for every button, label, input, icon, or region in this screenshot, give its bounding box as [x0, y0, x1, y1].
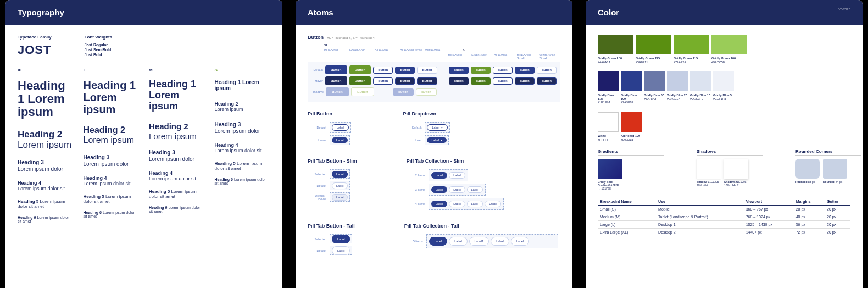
- button-s-blue-solid-inactive: Button: [393, 88, 414, 96]
- col-label: Blue-Wire: [494, 53, 515, 60]
- color-panel: Color6/8/2020 Gridly Green 150#4A6A1AGri…: [586, 0, 863, 288]
- row-label: 3 Items: [409, 188, 425, 191]
- heading-2: Heading 2 Lorem ipsum: [18, 129, 74, 151]
- button-white-wire[interactable]: Button: [417, 67, 437, 74]
- button-green-solid-hover[interactable]: Button: [349, 76, 371, 85]
- tab-item[interactable]: Label: [429, 237, 447, 246]
- color-meta: Gridly Blue 20#C4CEE4: [667, 93, 688, 104]
- button-blue-solid-small-hover[interactable]: Button: [395, 77, 415, 85]
- pill-button-hover[interactable]: Label: [332, 137, 348, 143]
- table-cell: 1440+ px: [744, 229, 794, 236]
- blue-swatch-row: [598, 71, 850, 91]
- tab-item[interactable]: Label: [511, 237, 529, 246]
- table-cell: Desktop 1: [656, 221, 744, 229]
- tab-item[interactable]: Label: [449, 186, 465, 193]
- shadows-section: Shadows Shadow 11E1205 · 10% · 0 4 Shado…: [697, 149, 763, 190]
- table-cell: 20 px: [825, 213, 850, 221]
- button-blue-solid[interactable]: Button: [325, 65, 347, 74]
- button-white-wire-hover[interactable]: Button: [417, 77, 437, 85]
- tab-item[interactable]: Label: [449, 237, 467, 246]
- heading-4: Heading 4 Lorem ipsum dolor sit: [215, 142, 271, 153]
- button-s-blue-solid[interactable]: Button: [449, 67, 469, 74]
- button-green-solid[interactable]: Button: [349, 65, 371, 74]
- pill-dropdown-default[interactable]: Label▾: [427, 124, 447, 131]
- button-s-green-solid[interactable]: Button: [471, 67, 491, 74]
- tab-tall-selected[interactable]: Label: [332, 235, 350, 243]
- weight-item: Jost Bold: [85, 53, 113, 57]
- gradient-meta: Gridly-Blue-Gradient2A3E8E → 1E1F78: [598, 180, 622, 190]
- tab-slim-hover[interactable]: Label: [332, 194, 348, 201]
- button-s-blue-solid-hover[interactable]: Button: [449, 77, 469, 85]
- pill-dropdown-section: Pill Dropdown DefaultLabel▾ HoverLabel▾: [403, 111, 452, 149]
- tab-item[interactable]: Label: [485, 201, 500, 207]
- typography-panel: Typography Typeface Family JOST Font Wei…: [5, 0, 282, 288]
- col-label: Green-Solid: [471, 53, 492, 60]
- color-swatch: [636, 35, 671, 54]
- color-header: Color6/8/2020: [586, 0, 863, 25]
- color-meta: Gridly Blue 5#EEF1F8: [713, 93, 734, 104]
- table-cell: Extra Large (XL): [598, 229, 656, 236]
- button-blue-wire-hover[interactable]: Button: [373, 77, 393, 85]
- button-s-blue-wire[interactable]: Button: [493, 67, 513, 74]
- heading-3: Heading 3 Lorem ipsum dolor: [84, 154, 140, 168]
- pill-button-title: Pill Button: [308, 111, 353, 117]
- button-s-blue-solid-small-hover[interactable]: Button: [515, 77, 535, 85]
- color-meta: White#FFFFFF: [598, 134, 619, 141]
- green-swatch-row: [598, 35, 850, 54]
- table-cell: 20 px: [825, 221, 850, 229]
- button-s-blue-wire-hover[interactable]: Button: [493, 77, 513, 85]
- tab-item[interactable]: Label: [467, 201, 483, 207]
- pill-dropdown-hover[interactable]: Label▾: [427, 137, 446, 143]
- button-grid: Default Button Button Button Button Butt…: [308, 62, 560, 102]
- heading-4: Heading 4 Lorem ipsum dolor sit: [149, 170, 205, 181]
- tab-item[interactable]: Label: [449, 172, 465, 179]
- table-cell: 768 – 1024 px: [744, 213, 794, 221]
- tab-collection-tall-title: Pill Tab Collection - Tall: [404, 223, 560, 229]
- tab-item[interactable]: Label: [431, 186, 447, 193]
- table-header: Breakpoint Name: [598, 198, 656, 206]
- typeface-label: Typeface Family: [18, 35, 52, 40]
- button-blue-wire[interactable]: Button: [373, 67, 393, 74]
- tab-item[interactable]: Label: [431, 201, 447, 207]
- heading-5: Heading 5 Lorem ipsum dolor sit amet: [149, 189, 205, 199]
- heading-1: Heading 1 Lorem ipsum: [149, 79, 205, 112]
- color-swatch: [690, 71, 711, 91]
- button-s-white-solid-small[interactable]: Button: [537, 67, 557, 74]
- row-label: Default: [311, 68, 323, 71]
- tab-item[interactable]: Label: [449, 201, 465, 207]
- size-label: S: [215, 68, 271, 73]
- button-blue-solid-small[interactable]: Button: [395, 67, 415, 74]
- size-xl-label: XL: [324, 43, 347, 47]
- shadow-swatch: [724, 159, 748, 179]
- tab-item[interactable]: Label: [431, 172, 447, 179]
- button-blue-solid-hover[interactable]: Button: [325, 76, 347, 85]
- tab-item[interactable]: Label: [491, 237, 509, 246]
- button-s-white-solid-small-hover[interactable]: Button: [537, 77, 557, 85]
- tab-tall-default[interactable]: Label: [332, 246, 350, 255]
- button-section-title: ButtonXL = Rounded 8, S = Rounded 4: [308, 35, 560, 40]
- tab-item[interactable]: Label: [467, 186, 483, 193]
- row-label: Inactive: [311, 90, 324, 93]
- tab-item[interactable]: Label1: [469, 237, 489, 246]
- heading-5: Heading 5 Lorem ipsum dolor sit amet: [84, 194, 140, 204]
- size-label: M: [149, 68, 205, 73]
- button-s-green-solid-hover[interactable]: Button: [471, 77, 491, 85]
- table-cell: 56 px: [794, 221, 825, 229]
- table-cell: Small (S): [598, 206, 656, 213]
- extra-swatch-row: [598, 112, 850, 132]
- pill-button-default[interactable]: Label: [332, 124, 349, 131]
- rounded-swatch: [823, 159, 847, 179]
- tab-slim-selected[interactable]: Label: [332, 171, 348, 178]
- heading-3: Heading 3 Lorem ipsum dolor: [215, 121, 271, 135]
- tab-slim-default[interactable]: Label: [332, 182, 348, 189]
- heading-2: Heading 2 Lorem ipsum: [215, 101, 271, 113]
- row-label: Default - Hover: [310, 194, 326, 201]
- tab-button-tall-section: Pill Tab Button - Tall SelectedLabel Def…: [308, 223, 355, 259]
- color-meta: Gridly Green 150#4A6A1A: [598, 57, 633, 64]
- button-s-blue-solid-small[interactable]: Button: [515, 67, 535, 74]
- table-header: Gutter: [825, 198, 850, 206]
- tab-collection-slim-title: Pill Tab Collection - Slim: [407, 158, 506, 164]
- breakpoint-table: Breakpoint NameUseViewportMarginsGutter …: [598, 198, 850, 236]
- gradient-swatch: [598, 159, 622, 179]
- tab-collection-slim-section: Pill Tab Collection - Slim 2 ItemsLabelL…: [407, 158, 506, 214]
